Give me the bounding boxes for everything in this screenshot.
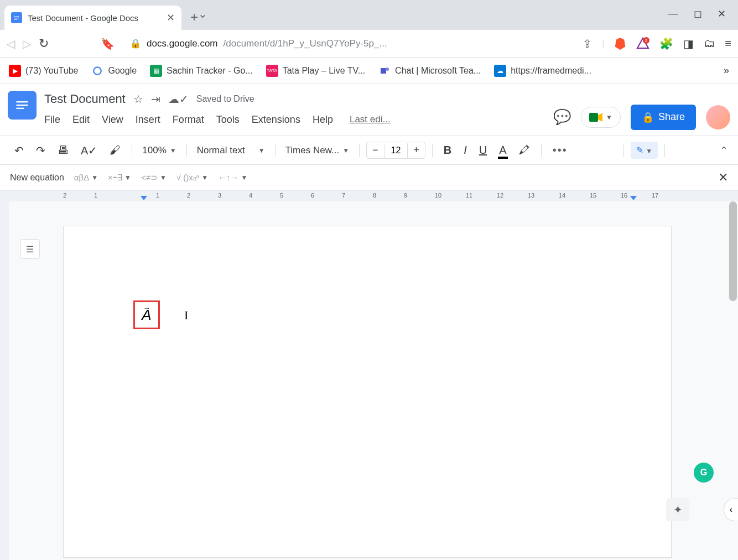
- font-size-input[interactable]: 12: [384, 143, 408, 158]
- url-path: /document/d/1hP_y_UsnQ7YoPy-5p_...: [224, 38, 387, 49]
- bookmark-youtube[interactable]: ▶(73) YouTube: [9, 65, 78, 77]
- brave-rewards-icon[interactable]: 2: [636, 37, 649, 50]
- docs-header: Test Document ☆ ⇥ ☁✓ Saved to Drive File…: [0, 84, 738, 136]
- side-panel-toggle[interactable]: ‹: [724, 498, 738, 521]
- extensions-icon[interactable]: 🧩: [659, 37, 673, 50]
- underline-button[interactable]: U: [475, 141, 491, 160]
- meet-button[interactable]: ▼: [581, 107, 621, 128]
- star-icon[interactable]: ☆: [133, 92, 143, 106]
- increase-font-button[interactable]: +: [408, 142, 425, 158]
- wallet-icon[interactable]: 🗂: [704, 37, 715, 50]
- maximize-button[interactable]: ◻: [694, 8, 702, 20]
- bookmark-page-icon[interactable]: 🔖: [101, 37, 115, 50]
- explore-button[interactable]: ✦: [666, 498, 689, 521]
- share-label: Share: [658, 111, 685, 123]
- url-host: docs.google.com: [147, 38, 218, 49]
- print-button[interactable]: 🖶: [53, 141, 73, 160]
- minimize-button[interactable]: —: [668, 8, 678, 20]
- spellcheck-button[interactable]: A✓: [76, 141, 102, 160]
- tab-close-icon[interactable]: ✕: [167, 12, 175, 24]
- sidepanel-icon[interactable]: ◨: [683, 37, 694, 50]
- horizontal-ruler[interactable]: 211234567891011121314151617: [0, 190, 738, 201]
- vertical-ruler[interactable]: [0, 201, 9, 560]
- bookmark-google[interactable]: Google: [91, 65, 137, 77]
- bookmark-sheets[interactable]: ▦Sachin Tracker - Go...: [150, 65, 253, 77]
- ruler-mark: 15: [590, 192, 596, 199]
- bold-button[interactable]: B: [439, 141, 456, 160]
- tab-search-icon[interactable]: ⌄: [198, 7, 207, 20]
- back-button[interactable]: ◁: [7, 37, 15, 50]
- window-controls: — ◻ ✕: [668, 8, 738, 20]
- account-avatar[interactable]: [706, 105, 730, 129]
- zoom-dropdown[interactable]: 100%▼: [139, 145, 179, 156]
- ruler-mark: 2: [63, 192, 66, 199]
- menu-view[interactable]: View: [102, 114, 123, 126]
- bookmark-teams[interactable]: Chat | Microsoft Tea...: [378, 65, 481, 77]
- separator: |: [602, 39, 604, 49]
- greek-letters-dropdown[interactable]: αβΔ ▼: [74, 173, 98, 182]
- equation-object[interactable]: → A: [133, 300, 160, 329]
- close-equation-bar-icon[interactable]: ✕: [718, 170, 728, 185]
- forward-button[interactable]: ▷: [23, 37, 31, 50]
- url-field[interactable]: 🔒 docs.google.com/document/d/1hP_y_UsnQ7…: [122, 38, 454, 49]
- editing-mode-button[interactable]: ✎ ▼: [631, 142, 658, 159]
- page[interactable]: → A I: [63, 226, 672, 558]
- redo-button[interactable]: ↷: [32, 141, 50, 160]
- new-equation-button[interactable]: New equation: [10, 173, 64, 183]
- show-outline-button[interactable]: ☰: [20, 239, 40, 259]
- cloud-saved-icon[interactable]: ☁✓: [168, 92, 189, 106]
- bookmarks-overflow-icon[interactable]: »: [724, 65, 729, 76]
- meet-icon: [589, 112, 602, 123]
- ruler-mark: 16: [621, 192, 627, 199]
- comments-icon[interactable]: 💬: [553, 108, 571, 126]
- arrows-dropdown[interactable]: ←↑→ ▼: [218, 173, 247, 182]
- bookmark-framedmedia[interactable]: ☁https://framedmedi...: [494, 65, 591, 77]
- ruler-mark: 14: [559, 192, 565, 199]
- new-tab-button[interactable]: +: [190, 9, 198, 25]
- ruler-mark: 5: [280, 192, 283, 199]
- vertical-scrollbar[interactable]: [729, 201, 737, 301]
- separator: [186, 144, 187, 157]
- share-url-icon[interactable]: ⇪: [583, 37, 592, 50]
- ruler-mark: 7: [342, 192, 345, 199]
- highlight-button[interactable]: 🖍: [514, 141, 534, 160]
- last-edit-link[interactable]: Last edi...: [350, 114, 391, 126]
- paint-format-button[interactable]: 🖌: [105, 141, 125, 160]
- onedrive-icon: ☁: [494, 65, 506, 77]
- bookmark-tataplay[interactable]: TATATata Play – Live TV...: [266, 65, 365, 77]
- browser-menu-icon[interactable]: ≡: [725, 37, 731, 50]
- decrease-font-button[interactable]: −: [367, 142, 384, 158]
- ruler-mark: 9: [404, 192, 407, 199]
- relations-dropdown[interactable]: <≠⊃ ▼: [141, 173, 167, 183]
- menu-help[interactable]: Help: [313, 114, 333, 126]
- misc-operations-dropdown[interactable]: ×÷∃ ▼: [108, 173, 131, 183]
- menu-format[interactable]: Format: [173, 114, 204, 126]
- lock-icon: 🔒: [642, 111, 654, 123]
- grammarly-icon[interactable]: G: [694, 463, 714, 483]
- font-dropdown[interactable]: Times New...▼: [282, 145, 353, 156]
- document-title[interactable]: Test Document: [44, 92, 126, 106]
- close-window-button[interactable]: ✕: [718, 8, 726, 20]
- undo-button[interactable]: ↶: [10, 141, 28, 160]
- menu-tools[interactable]: Tools: [216, 114, 240, 126]
- svg-point-7: [386, 68, 389, 71]
- text-color-button[interactable]: A: [495, 141, 511, 160]
- menu-insert[interactable]: Insert: [136, 114, 160, 126]
- share-button[interactable]: 🔒 Share: [631, 105, 696, 130]
- reload-button[interactable]: ↻: [39, 37, 49, 51]
- menu-edit[interactable]: Edit: [72, 114, 90, 126]
- chevron-down-icon: ▼: [606, 113, 612, 121]
- docs-home-icon[interactable]: [8, 91, 37, 120]
- menu-file[interactable]: File: [44, 114, 60, 126]
- paragraph-style-dropdown[interactable]: Normal text▼: [194, 145, 268, 156]
- ruler-mark: 11: [466, 192, 472, 199]
- italic-button[interactable]: I: [459, 141, 471, 160]
- move-icon[interactable]: ⇥: [151, 92, 160, 106]
- font-size-control: − 12 +: [366, 142, 425, 159]
- more-tools-button[interactable]: •••: [548, 141, 572, 160]
- brave-shields-icon[interactable]: [614, 37, 626, 51]
- menu-extensions[interactable]: Extensions: [252, 114, 300, 126]
- browser-tab[interactable]: Test Document - Google Docs ✕: [4, 6, 181, 30]
- math-operations-dropdown[interactable]: √ ()x₀ⁿ ▼: [176, 173, 208, 183]
- collapse-toolbar-button[interactable]: ⌃: [720, 144, 728, 157]
